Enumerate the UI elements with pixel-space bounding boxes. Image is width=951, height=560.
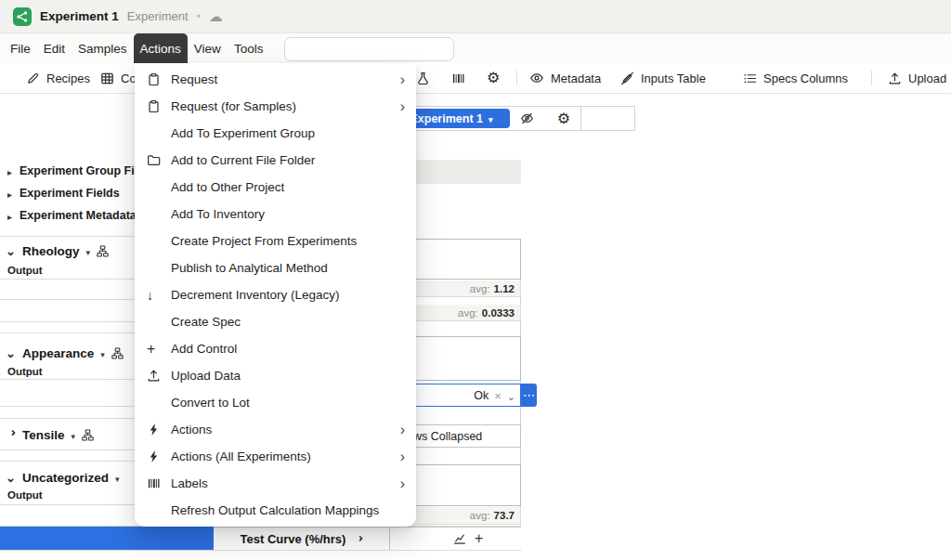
menu-view[interactable]: View xyxy=(188,33,228,63)
upload-label: Upload xyxy=(908,72,946,85)
section-name: Tensile xyxy=(22,428,65,442)
pen-slash-icon xyxy=(620,72,634,85)
selected-row-highlight[interactable] xyxy=(0,527,214,550)
menu-item-refresh-output-calculation-mappings[interactable]: Refresh Output Calculation Mappings xyxy=(135,497,416,524)
clipboard-icon xyxy=(147,72,171,86)
caret-down-icon[interactable] xyxy=(100,345,105,361)
eye-slash-icon xyxy=(520,111,534,125)
app-window: Experiment 1 Experiment • File Edit Samp… xyxy=(0,0,951,560)
cloud-icon xyxy=(209,8,223,25)
clear-icon[interactable] xyxy=(494,387,502,404)
plus-icon xyxy=(147,342,171,357)
menu-item-add-to-other-project[interactable]: Add to Other Project xyxy=(135,174,416,201)
chevron-right-icon xyxy=(2,428,19,438)
avg-label: avg: xyxy=(458,307,478,319)
more-options-button[interactable] xyxy=(521,384,537,407)
menu-item-label: Add to Current File Folder xyxy=(171,153,405,167)
caret-down-icon[interactable] xyxy=(115,469,120,486)
menu-item-add-control[interactable]: Add Control xyxy=(135,335,416,362)
field-group-label: Experiment Fields xyxy=(20,187,120,200)
test-curve-row[interactable]: Test Curve (%/hrs) xyxy=(214,527,390,550)
output-label: Output xyxy=(7,364,43,379)
menu-item-publish-to-analytical-method[interactable]: Publish to Analytical Method xyxy=(135,254,416,281)
actions-dropdown-menu: Request Request (for Samples) Add To Exp… xyxy=(135,63,416,527)
menu-item-add-to-experiment-group[interactable]: Add To Experiment Group xyxy=(135,120,416,147)
avg-value: 1.12 xyxy=(494,283,515,294)
menu-bar: File Edit Samples Actions View Tools xyxy=(0,33,951,63)
submenu-chevron-icon xyxy=(400,423,405,437)
columns-button[interactable]: Co xyxy=(100,63,137,93)
chart-cell xyxy=(390,527,521,550)
upload-button[interactable]: Upload xyxy=(888,63,946,93)
eye-icon xyxy=(529,71,544,85)
submenu-chevron-icon xyxy=(400,72,405,87)
test-curve-label: Test Curve (%/hrs) xyxy=(241,532,346,546)
submenu-chevron-icon xyxy=(400,476,405,491)
experiment-header-row: Experiment 1 xyxy=(390,106,635,131)
folder-icon xyxy=(147,153,171,167)
upload-icon xyxy=(888,72,902,85)
grid-icon xyxy=(100,72,114,85)
gear-icon xyxy=(557,111,570,127)
flask-button[interactable] xyxy=(416,63,430,93)
menu-item-add-to-inventory[interactable]: Add To Inventory xyxy=(135,201,416,228)
caret-down-icon[interactable] xyxy=(85,242,90,259)
barcode-icon xyxy=(147,476,171,490)
gear-icon xyxy=(487,71,500,85)
grid-line xyxy=(0,550,521,551)
column-settings-button[interactable] xyxy=(553,109,575,128)
menu-item-actions[interactable]: Actions xyxy=(135,416,416,443)
menu-file[interactable]: File xyxy=(4,33,37,63)
section-name: Uncategorized xyxy=(22,471,109,485)
caret-down-icon xyxy=(489,112,493,125)
chevron-down-icon xyxy=(6,242,16,259)
menu-item-label: Add To Experiment Group xyxy=(171,126,405,140)
menu-item-label: Actions xyxy=(171,423,400,436)
menu-item-label: Actions (All Experiments) xyxy=(171,449,400,463)
line-chart-icon[interactable] xyxy=(453,532,466,545)
menu-edit[interactable]: Edit xyxy=(37,33,72,63)
toolbar-separator xyxy=(516,71,517,85)
add-chart-icon[interactable] xyxy=(475,531,483,546)
chevron-right-icon xyxy=(349,534,366,543)
chevron-down-icon xyxy=(6,469,16,486)
specs-columns-label: Specs Columns xyxy=(763,72,848,85)
menu-item-label: Request xyxy=(171,72,400,86)
sitemap-icon[interactable] xyxy=(82,429,94,441)
menu-item-label: Add To Inventory xyxy=(171,207,405,221)
pen-icon xyxy=(26,72,40,85)
menu-item-request[interactable]: Request xyxy=(135,66,416,93)
menu-item-labels[interactable]: Labels xyxy=(135,470,416,497)
menu-item-upload-data[interactable]: Upload Data xyxy=(135,362,416,389)
sitemap-icon[interactable] xyxy=(111,347,124,359)
metadata-button[interactable]: Metadata xyxy=(529,63,601,93)
menu-item-label: Add to Other Project xyxy=(171,180,405,194)
menu-item-decrement-inventory-legacy[interactable]: Decrement Inventory (Legacy) xyxy=(135,281,416,308)
hide-column-button[interactable] xyxy=(515,109,538,128)
specs-columns-button[interactable]: Specs Columns xyxy=(743,63,848,93)
menu-actions[interactable]: Actions xyxy=(134,33,188,63)
menu-item-create-spec[interactable]: Create Spec xyxy=(135,308,416,335)
labels-button[interactable] xyxy=(451,63,465,93)
section-name: Rheology xyxy=(22,244,80,258)
menu-item-convert-to-lot[interactable]: Convert to Lot xyxy=(135,389,416,416)
menu-item-create-project-from-experiments[interactable]: Create Project From Experiments xyxy=(135,228,416,254)
inputs-table-button[interactable]: Inputs Table xyxy=(620,63,706,93)
menu-samples[interactable]: Samples xyxy=(72,33,134,63)
settings-button[interactable] xyxy=(487,63,500,93)
ok-select-value: Ok xyxy=(474,389,489,402)
recipes-button[interactable]: Recipes xyxy=(26,63,90,93)
cell-border xyxy=(580,107,581,130)
chevron-down-icon[interactable] xyxy=(507,387,515,404)
sitemap-icon[interactable] xyxy=(97,245,109,257)
toolbar-separator xyxy=(871,71,872,85)
menu-tools[interactable]: Tools xyxy=(228,33,270,63)
menu-item-actions-all-experiments[interactable]: Actions (All Experiments) xyxy=(135,443,416,470)
menu-item-request-for-samples[interactable]: Request (for Samples) xyxy=(135,93,416,120)
caret-right-icon xyxy=(7,163,12,179)
caret-down-icon[interactable] xyxy=(71,426,75,443)
output-label: Output xyxy=(7,488,43,502)
menu-item-add-to-current-file-folder[interactable]: Add to Current File Folder xyxy=(135,147,416,174)
avg-value: 73.7 xyxy=(494,510,515,521)
menu-search-input[interactable] xyxy=(284,37,454,61)
